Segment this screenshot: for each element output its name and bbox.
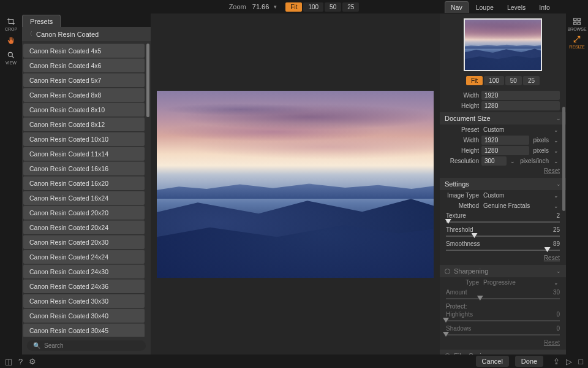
svg-rect-4 <box>578 22 580 25</box>
imgtype-dd[interactable]: ⌄ <box>552 193 560 199</box>
next-icon[interactable]: □ <box>578 357 583 366</box>
section-document-size[interactable]: Document Size ⌄ <box>440 112 566 125</box>
preset-scrollbar-thumb[interactable] <box>146 44 149 117</box>
sharp-highlights-slider[interactable]: Highlights0 <box>440 310 566 324</box>
preset-item[interactable]: Canon Resin Coated 20x30 <box>23 235 145 249</box>
preset-item[interactable]: Canon Resin Coated 16x16 <box>23 161 145 175</box>
settings-reset[interactable]: Reset <box>440 253 566 264</box>
nav-zoom-50[interactable]: 50 <box>505 76 522 85</box>
pan-tool[interactable] <box>0 36 22 46</box>
share-icon[interactable]: ⇪ <box>553 357 560 366</box>
doc-height-unit[interactable]: pixels <box>532 147 550 154</box>
right-tool-strip: BROWSE RESIZE <box>566 13 588 355</box>
preset-item[interactable]: Canon Resin Coated 11x14 <box>23 147 145 161</box>
method-dd[interactable]: ⌄ <box>552 203 560 209</box>
preset-item[interactable]: Canon Resin Coated 16x24 <box>23 191 145 205</box>
zoom-button-group: Fit 100 50 25 <box>284 2 359 12</box>
doc-res-unit-dd[interactable]: ⌄ <box>552 158 560 164</box>
inspector-scrollbar-thumb[interactable] <box>562 107 565 211</box>
section-settings[interactable]: Settings ⌄ <box>440 178 566 190</box>
preset-scroll[interactable]: Canon Resin Coated 4x5Canon Resin Coated… <box>22 41 151 337</box>
tab-info[interactable]: Info <box>533 1 556 13</box>
preset-item[interactable]: Canon Resin Coated 5x7 <box>23 73 145 87</box>
doc-height-field[interactable]: 1280 <box>481 146 529 155</box>
dims-height-field[interactable]: 1280 <box>481 101 560 110</box>
doc-width-field[interactable]: 1920 <box>481 136 529 145</box>
section-film-grain[interactable]: Film Grain ⌄ <box>440 350 566 355</box>
doc-height-unit-dd[interactable]: ⌄ <box>552 148 560 154</box>
zoom-fit-button[interactable]: Fit <box>285 2 302 12</box>
preset-item[interactable]: Canon Resin Coated 16x20 <box>23 176 145 190</box>
doc-res-field[interactable]: 300 <box>481 156 507 166</box>
smoothness-slider[interactable]: Smoothness89 <box>440 239 566 253</box>
help-icon[interactable]: ? <box>18 357 23 366</box>
threshold-slider[interactable]: Threshold25 <box>440 225 566 239</box>
view-tool[interactable]: VIEW <box>0 51 22 65</box>
doc-width-unit[interactable]: pixels <box>532 137 550 144</box>
zoom-25-button[interactable]: 25 <box>342 2 359 12</box>
zoom-value[interactable]: 71.66 <box>252 3 270 10</box>
texture-slider[interactable]: Texture2 <box>440 211 566 225</box>
canvas-area[interactable] <box>151 13 440 355</box>
inspector-tabs: Nav Loupe Levels Info <box>440 0 566 13</box>
sharp-amount-slider[interactable]: Amount30 <box>440 288 566 302</box>
gear-icon[interactable]: ⚙ <box>29 357 36 366</box>
dims-height-row: Height 1280 <box>440 101 566 111</box>
preset-item[interactable]: Canon Resin Coated 20x20 <box>23 205 145 220</box>
dims-width-field[interactable]: 1920 <box>481 91 560 100</box>
preset-search-input[interactable]: 🔍 Search <box>27 340 146 351</box>
sharp-shadows-slider[interactable]: Shadows0 <box>440 324 566 338</box>
sharp-type-dd[interactable]: ⌄ <box>552 280 560 286</box>
crop-tool[interactable]: CROP <box>0 17 22 31</box>
preset-item[interactable]: Canon Resin Coated 4x6 <box>23 58 145 72</box>
preset-item[interactable]: Canon Resin Coated 10x10 <box>23 132 145 146</box>
browse-tool[interactable]: BROWSE <box>566 17 588 31</box>
dual-view-icon[interactable]: ◫ <box>5 357 12 366</box>
preset-value[interactable]: Custom <box>481 125 550 134</box>
preset-search-row: 🔍 Search <box>22 337 151 355</box>
tab-levels[interactable]: Levels <box>501 1 532 13</box>
doc-res-lock-dd[interactable]: ⌄ <box>509 158 516 164</box>
nav-zoom-25[interactable]: 25 <box>523 76 540 85</box>
imgtype-value[interactable]: Custom <box>481 191 550 200</box>
cancel-button[interactable]: Cancel <box>476 356 509 367</box>
resize-icon <box>566 35 588 44</box>
nav-zoom-fit[interactable]: Fit <box>466 76 483 85</box>
sharpening-reset[interactable]: Reset <box>440 338 566 348</box>
done-button[interactable]: Done <box>515 356 543 367</box>
section-sharpening[interactable]: Sharpening ⌄ <box>440 265 566 277</box>
preset-item[interactable]: Canon Resin Coated 24x24 <box>23 250 145 264</box>
sharp-type-value[interactable]: Progressive <box>481 278 550 287</box>
preset-item[interactable]: Canon Resin Coated 20x24 <box>23 220 145 234</box>
prev-icon[interactable]: ▷ <box>566 357 572 366</box>
nav-zoom-100[interactable]: 100 <box>484 76 504 85</box>
preset-item[interactable]: Canon Resin Coated 8x10 <box>23 102 145 117</box>
preset-item[interactable]: Canon Resin Coated 4x5 <box>23 44 145 58</box>
chevron-down-icon: ⌄ <box>556 181 561 187</box>
presets-back-header[interactable]: 〈 Canon Resin Coated <box>22 27 151 41</box>
enable-ring-icon[interactable] <box>445 269 450 274</box>
zoom-dropdown-caret[interactable]: ▾ <box>274 4 277 10</box>
tab-loupe[interactable]: Loupe <box>470 1 500 13</box>
chevron-left-icon: 〈 <box>27 30 32 38</box>
preset-item[interactable]: Canon Resin Coated 30x45 <box>23 323 145 337</box>
nav-thumbnail[interactable] <box>464 18 542 71</box>
zoom-50-button[interactable]: 50 <box>325 2 341 12</box>
smoothness-label: Smoothness <box>446 240 480 247</box>
preset-item[interactable]: Canon Resin Coated 24x30 <box>23 264 145 278</box>
preset-dropdown-icon[interactable]: ⌄ <box>552 127 560 133</box>
preset-item[interactable]: Canon Resin Coated 30x30 <box>23 294 145 308</box>
preset-item[interactable]: Canon Resin Coated 30x40 <box>23 309 145 323</box>
resize-tool[interactable]: RESIZE <box>566 35 588 49</box>
preset-item[interactable]: Canon Resin Coated 8x12 <box>23 117 145 131</box>
left-tool-strip: CROP VIEW <box>0 13 22 355</box>
doc-width-unit-dd[interactable]: ⌄ <box>552 137 560 144</box>
method-value[interactable]: Genuine Fractals <box>481 201 550 210</box>
tab-presets[interactable]: Presets <box>22 15 61 27</box>
doc-res-unit[interactable]: pixels/inch <box>519 158 550 164</box>
tab-nav[interactable]: Nav <box>445 1 469 13</box>
doc-size-reset[interactable]: Reset <box>440 166 566 177</box>
preset-item[interactable]: Canon Resin Coated 24x36 <box>23 279 145 293</box>
preset-item[interactable]: Canon Resin Coated 8x8 <box>23 88 145 102</box>
zoom-100-button[interactable]: 100 <box>303 2 323 12</box>
